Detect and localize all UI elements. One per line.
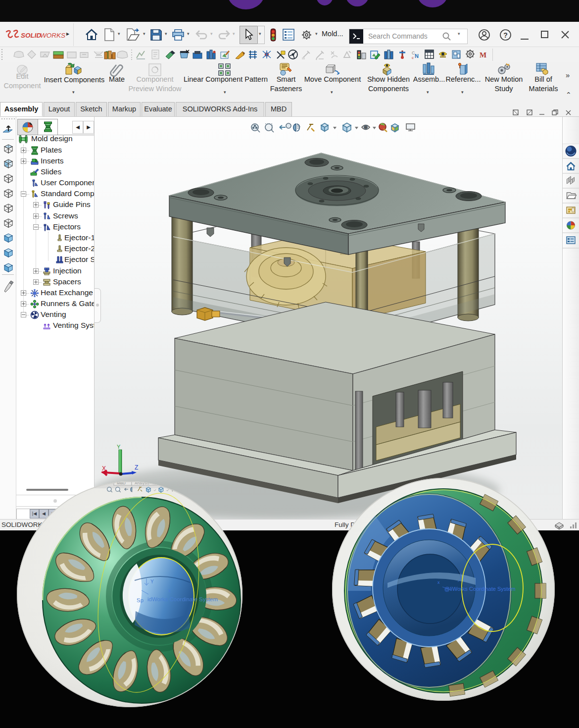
svg-text:x: x — [437, 580, 440, 585]
svg-text:?: ? — [503, 31, 508, 39]
svg-text:Sp: Sp — [137, 597, 144, 603]
svg-text:Y: Y — [117, 444, 121, 450]
svg-text:Y: Y — [150, 579, 154, 584]
svg-text:x: x — [168, 588, 171, 593]
svg-text:SOLID: SOLID — [21, 32, 42, 39]
svg-text:N: N — [415, 53, 419, 59]
svg-text:M: M — [480, 51, 486, 59]
svg-text:idWorks Coordinate System: idWorks Coordinate System — [147, 596, 218, 602]
svg-text:WORKS: WORKS — [40, 32, 65, 39]
svg-text:c: c — [412, 55, 414, 60]
svg-text:Z: Z — [135, 464, 138, 471]
svg-text:X: X — [102, 465, 106, 472]
svg-text:@liWorks Coordinate System: @liWorks Coordinate System — [444, 586, 516, 592]
